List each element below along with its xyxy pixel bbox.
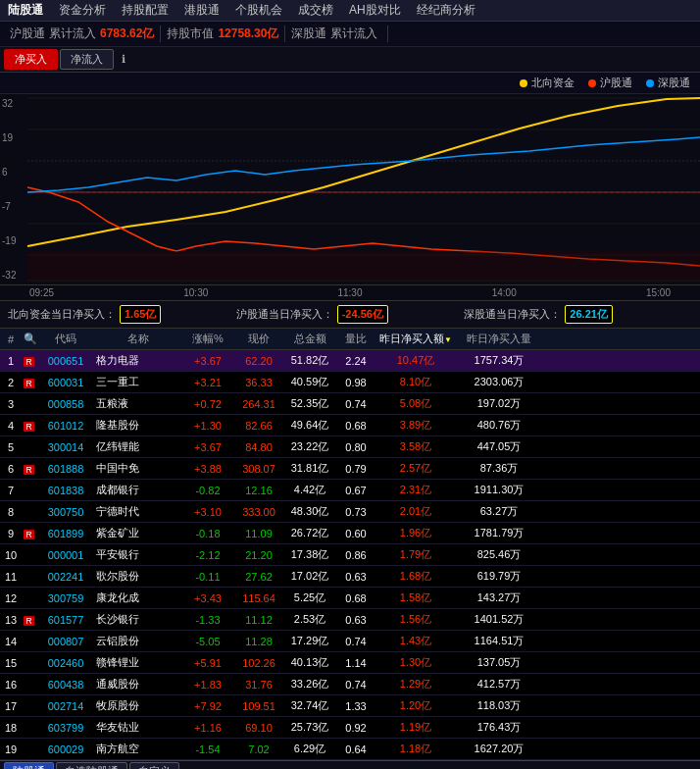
td-name[interactable]: 成都银行 <box>94 483 182 497</box>
nav-item-chigupeizhui[interactable]: 持股配置 <box>114 0 176 21</box>
tab-net-buy[interactable]: 净买入 <box>4 49 58 70</box>
td-code[interactable]: 000807 <box>37 636 94 647</box>
td-name[interactable]: 紫金矿业 <box>94 526 182 540</box>
td-name[interactable]: 亿纬锂能 <box>94 439 182 454</box>
stock-table: 1 R 000651 格力电器 +3.67 62.20 51.82亿 2.24 … <box>0 350 700 760</box>
th-change[interactable]: 涨幅% <box>182 332 233 346</box>
td-price: 31.76 <box>233 679 284 691</box>
td-code[interactable]: 601888 <box>37 463 94 475</box>
td-amount: 31.81亿 <box>284 461 335 476</box>
td-num: 13 <box>0 614 22 626</box>
td-code[interactable]: 000001 <box>37 549 94 561</box>
th-search[interactable]: 🔍 <box>22 333 37 345</box>
td-name[interactable]: 华友钴业 <box>94 720 182 735</box>
td-code[interactable]: 300750 <box>37 506 94 518</box>
td-buy-amount: 3.58亿 <box>376 439 455 454</box>
nav-item-gangutong[interactable]: 港股通 <box>176 0 227 21</box>
table-row[interactable]: 8 300750 宁德时代 +3.10 333.00 48.30亿 0.73 2… <box>0 501 700 523</box>
td-code[interactable]: 600031 <box>37 377 94 388</box>
th-code[interactable]: 代码 <box>37 332 94 346</box>
th-buy-vol[interactable]: 昨日净买入量 <box>455 332 543 346</box>
tab-net-flow[interactable]: 净流入 <box>60 49 114 70</box>
td-name[interactable]: 五粮液 <box>94 396 182 411</box>
legend-hudong: 沪股通 <box>588 76 632 90</box>
td-code[interactable]: 002241 <box>37 571 94 583</box>
td-code[interactable]: 601838 <box>37 485 94 496</box>
bottom-tab-zixuan[interactable]: 自选陆股通 <box>56 762 127 769</box>
td-code[interactable]: 002460 <box>37 657 94 669</box>
td-amount: 33.26亿 <box>284 677 335 692</box>
bottom-tab-custom[interactable]: 自定义 <box>129 762 179 769</box>
table-row[interactable]: 5 300014 亿纬锂能 +3.67 84.80 23.22亿 0.80 3.… <box>0 436 700 458</box>
td-code[interactable]: 000651 <box>37 355 94 367</box>
td-code[interactable]: 600438 <box>37 679 94 691</box>
nav-item-ahgudubi[interactable]: AH股对比 <box>341 0 409 21</box>
td-name[interactable]: 歌尔股份 <box>94 569 182 584</box>
table-row[interactable]: 9 R 601899 紫金矿业 -0.18 11.09 26.72亿 0.60 … <box>0 523 700 544</box>
nav-item-zijinfenxi[interactable]: 资金分析 <box>51 0 114 21</box>
nav-item-ludutong[interactable]: 陆股通 <box>0 0 51 21</box>
x-label-1030: 10:30 <box>183 287 208 298</box>
shenzhen-stat: 深股通 累计流入 <box>285 26 388 42</box>
th-price[interactable]: 现价 <box>233 332 284 346</box>
nav-item-chengjiaobang[interactable]: 成交榜 <box>290 0 341 21</box>
th-buy-amount[interactable]: 昨日净买入额 <box>376 332 455 346</box>
td-name[interactable]: 平安银行 <box>94 547 182 562</box>
td-name[interactable]: 康龙化成 <box>94 590 182 605</box>
table-row[interactable]: 11 002241 歌尔股份 -0.11 27.62 17.02亿 0.63 1… <box>0 566 700 588</box>
td-name[interactable]: 格力电器 <box>94 353 182 368</box>
td-name[interactable]: 牧原股份 <box>94 698 182 713</box>
table-row[interactable]: 2 R 600031 三一重工 +3.21 36.33 40.59亿 0.98 … <box>0 372 700 393</box>
table-row[interactable]: 16 600438 通威股份 +1.83 31.76 33.26亿 0.74 1… <box>0 674 700 695</box>
td-code[interactable]: 601012 <box>37 420 94 432</box>
bottom-tab-ludutong[interactable]: 陆股通 <box>4 762 54 769</box>
nav-item-gujijijhui[interactable]: 个股机会 <box>227 0 290 21</box>
table-row[interactable]: 12 300759 康龙化成 +3.43 115.64 5.25亿 0.68 1… <box>0 588 700 609</box>
td-name[interactable]: 中国中免 <box>94 461 182 476</box>
td-buy-amount: 1.30亿 <box>376 655 455 670</box>
table-row[interactable]: 1 R 000651 格力电器 +3.67 62.20 51.82亿 2.24 … <box>0 350 700 372</box>
table-row[interactable]: 17 002714 牧原股份 +7.92 109.51 32.74亿 1.33 … <box>0 695 700 717</box>
th-ratio[interactable]: 量比 <box>335 332 376 346</box>
td-code[interactable]: 000858 <box>37 398 94 410</box>
td-code[interactable]: 601577 <box>37 614 94 626</box>
td-change: -0.82 <box>182 485 233 496</box>
td-code[interactable]: 600029 <box>37 743 94 755</box>
table-row[interactable]: 13 R 601577 长沙银行 -1.33 11.12 2.53亿 0.63 … <box>0 609 700 631</box>
td-code[interactable]: 300759 <box>37 592 94 604</box>
table-row[interactable]: 14 000807 云铝股份 -5.05 11.28 17.29亿 0.74 1… <box>0 631 700 652</box>
th-name[interactable]: 名称 <box>94 332 182 346</box>
table-row[interactable]: 19 600029 南方航空 -1.54 7.02 6.29亿 0.64 1.1… <box>0 739 700 760</box>
td-name[interactable]: 三一重工 <box>94 375 182 389</box>
td-ratio: 0.74 <box>335 398 376 410</box>
td-name[interactable]: 南方航空 <box>94 742 182 756</box>
table-row[interactable]: 10 000001 平安银行 -2.12 21.20 17.38亿 0.86 1… <box>0 544 700 566</box>
td-change: +3.21 <box>182 377 233 388</box>
td-buy-vol: 447.05万 <box>455 439 543 454</box>
td-name[interactable]: 宁德时代 <box>94 504 182 519</box>
td-ratio: 0.63 <box>335 614 376 626</box>
td-name[interactable]: 通威股份 <box>94 677 182 692</box>
td-change: +3.10 <box>182 506 233 518</box>
td-name[interactable]: 隆基股份 <box>94 418 182 433</box>
table-row[interactable]: 4 R 601012 隆基股份 +1.30 82.66 49.64亿 0.68 … <box>0 415 700 436</box>
td-ratio: 0.92 <box>335 722 376 734</box>
table-row[interactable]: 18 603799 华友钴业 +1.16 69.10 25.73亿 0.92 1… <box>0 717 700 739</box>
td-num: 9 <box>0 528 22 539</box>
th-amount[interactable]: 总金额 <box>284 332 335 346</box>
td-code[interactable]: 601899 <box>37 528 94 539</box>
table-row[interactable]: 7 601838 成都银行 -0.82 12.16 4.42亿 0.67 2.3… <box>0 480 700 501</box>
td-amount: 4.42亿 <box>284 483 335 497</box>
td-name[interactable]: 长沙银行 <box>94 612 182 627</box>
td-change: +3.67 <box>182 441 233 453</box>
nav-item-jingjishan[interactable]: 经纪商分析 <box>409 0 483 21</box>
td-code[interactable]: 300014 <box>37 441 94 453</box>
td-name[interactable]: 云铝股份 <box>94 634 182 648</box>
market-value: 12758.30亿 <box>218 26 278 42</box>
td-code[interactable]: 603799 <box>37 722 94 734</box>
table-row[interactable]: 3 000858 五粮液 +0.72 264.31 52.35亿 0.74 5.… <box>0 393 700 415</box>
td-code[interactable]: 002714 <box>37 700 94 712</box>
td-name[interactable]: 赣锋锂业 <box>94 655 182 670</box>
table-row[interactable]: 15 002460 赣锋锂业 +5.91 102.26 40.13亿 1.14 … <box>0 652 700 674</box>
table-row[interactable]: 6 R 601888 中国中免 +3.88 308.07 31.81亿 0.79… <box>0 458 700 480</box>
